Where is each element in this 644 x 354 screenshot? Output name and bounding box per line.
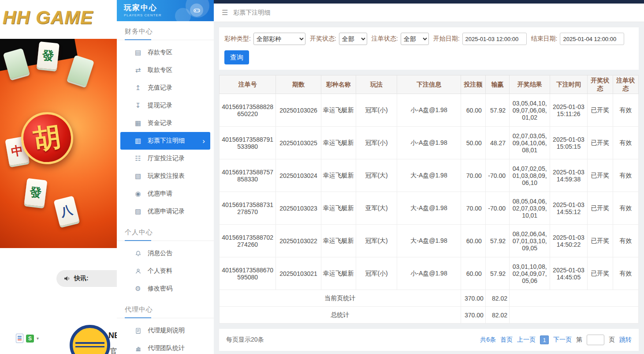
- total-summary-bet: 370.00: [461, 307, 485, 324]
- col-bet-amount: 投注额: [461, 75, 485, 94]
- col-lottery-name: 彩种名称: [321, 75, 356, 94]
- sidebar-item-agent-team-stats[interactable]: 代理团队统计: [117, 339, 214, 354]
- sidebar-item-messages[interactable]: 消息公告: [117, 245, 214, 262]
- chat-app-icon[interactable]: S: [26, 335, 34, 343]
- brand-logo: HH GAME: [3, 7, 93, 28]
- section-title-agent: 代理中心: [117, 299, 214, 318]
- ticker-label: 快讯:: [74, 275, 89, 282]
- mahjong-tile: 八: [53, 196, 79, 226]
- jump-button[interactable]: 跳转: [619, 336, 632, 344]
- cell-bet-time: 2025-01-03 14:55:12: [550, 192, 587, 225]
- current-page[interactable]: 1: [540, 335, 549, 344]
- gamepad-icon: [190, 4, 203, 17]
- sidebar-item-withdrawal-record[interactable]: ↧ 提现记录: [117, 97, 214, 114]
- sidebar-item-profile[interactable]: 个人资料: [117, 262, 214, 280]
- mahjong-tile: [67, 55, 94, 86]
- cell-bet-info: 小-A盘@1.98: [397, 127, 461, 159]
- col-draw-result: 开奖结果: [510, 75, 550, 94]
- cell-bet-no: 401569173588757858330: [220, 159, 276, 192]
- end-date-input[interactable]: [560, 33, 624, 45]
- cell-draw-status: 已开奖: [587, 225, 613, 257]
- sidebar-item-change-password[interactable]: ⚙ 修改密码: [117, 280, 214, 298]
- cell-bet-time: 2025-01-03 14:59:38: [550, 159, 587, 192]
- sidebar-item-promo-apply[interactable]: ◉ 优惠申请: [117, 185, 214, 203]
- team-logo-bridge: [75, 342, 104, 347]
- sidebar-item-label: 充值记录: [148, 84, 172, 92]
- first-page-link[interactable]: 首页: [500, 336, 513, 344]
- caret-icon[interactable]: ▾: [37, 336, 39, 341]
- funds-record-icon: ▦: [134, 119, 142, 127]
- top-strip: [214, 0, 644, 4]
- filter-row: 彩种类型: 全部彩种 开奖状态: 全部 注单状态: 全部 开始日期: 结束日期:: [224, 33, 633, 45]
- sidebar-item-recharge-record[interactable]: ↥ 充值记录: [117, 79, 214, 97]
- sidebar-item-label: 修改密码: [148, 285, 172, 293]
- sidebar-item-label: 厅室投注记录: [148, 154, 185, 162]
- cell-bet-time: 2025-01-03 15:11:26: [550, 94, 587, 127]
- prev-page-link[interactable]: 上一页: [517, 336, 536, 344]
- total-summary-empty: [510, 307, 639, 324]
- next-page-link[interactable]: 下一页: [553, 336, 572, 344]
- sidebar-item-funds-record[interactable]: ▦ 资金记录: [117, 114, 214, 132]
- hall-record-icon: ☷: [134, 154, 142, 162]
- cell-play: 冠军(小): [356, 127, 397, 159]
- cell-draw-status: 已开奖: [587, 159, 613, 192]
- table-row: 401569173588731278570 20250103023 幸运飞艇新 …: [220, 192, 639, 225]
- cell-bet-amount: 60.00: [461, 257, 485, 290]
- withdraw-icon: ⇄: [134, 66, 142, 74]
- sidebar-item-hall-bet-record[interactable]: ☷ 厅室投注记录: [117, 150, 214, 167]
- cell-lottery-name: 幸运飞艇新: [321, 192, 356, 225]
- sidebar-item-player-report[interactable]: ▧ 玩家投注报表: [117, 167, 214, 185]
- bet-status-select[interactable]: 全部: [401, 33, 429, 45]
- table-header-row: 注单号 期数 彩种名称 玩法 下注信息 投注额 输赢 开奖结果 下注时间 开奖状…: [220, 75, 639, 94]
- sidebar-header: 玩家中心 PLAYERS CENTER: [117, 0, 214, 21]
- draw-status-select[interactable]: 全部: [339, 33, 367, 45]
- cell-lottery-name: 幸运飞艇新: [321, 94, 356, 127]
- promo-record-icon: ▨: [134, 207, 142, 215]
- total-count: 共6条: [480, 336, 496, 344]
- sidebar-item-label: 代理规则说明: [148, 327, 185, 335]
- cell-bet-status: 有效: [613, 159, 638, 192]
- section-title-finance: 财务中心: [117, 21, 214, 40]
- cell-period: 20250103022: [276, 225, 321, 257]
- col-bet-status: 注单状态: [613, 75, 638, 94]
- sidebar-item-label: 优惠申请记录: [148, 207, 185, 215]
- start-date-label: 开始日期:: [433, 35, 460, 43]
- main-content: ☰ 彩票下注明细 彩种类型: 全部彩种 开奖状态: 全部 注单状态: 全部 开始…: [214, 0, 644, 354]
- cell-bet-time: 2025-01-03 14:50:22: [550, 225, 587, 257]
- table-row: 401569173588757858330 20250103024 幸运飞艇新 …: [220, 159, 639, 192]
- filter-panel: 彩种类型: 全部彩种 开奖状态: 全部 注单状态: 全部 开始日期: 结束日期:…: [219, 27, 639, 70]
- cell-draw-result: 02,07,03,05,09,04,10,06,08,01: [510, 127, 550, 159]
- lottery-type-select[interactable]: 全部彩种: [253, 33, 305, 45]
- table-row: 401569173588791533980 20250103025 幸运飞艇新 …: [220, 127, 639, 159]
- sidebar-item-promo-apply-record[interactable]: ▨ 优惠申请记录: [117, 203, 214, 220]
- sidebar-item-lottery-bet-detail[interactable]: ▥ 彩票下注明细 ›: [120, 132, 210, 150]
- sidebar-item-withdraw[interactable]: ⇄ 取款专区: [117, 61, 214, 79]
- start-date-input[interactable]: [462, 33, 527, 45]
- mini-icons: S ▾: [16, 334, 39, 343]
- col-bet-time: 下注时间: [550, 75, 587, 94]
- sidebar-item-deposit[interactable]: ▤ 存款专区: [117, 44, 214, 61]
- cell-lottery-name: 幸运飞艇新: [321, 225, 356, 257]
- cell-bet-amount: 70.00: [461, 159, 485, 192]
- page-summary-winloss: 82.02: [485, 290, 509, 307]
- col-bet-no: 注单号: [220, 75, 276, 94]
- draw-status-label: 开奖状态:: [310, 35, 336, 43]
- menu-icon[interactable]: ☰: [222, 8, 228, 17]
- personal-menu: 消息公告 个人资料 ⚙ 修改密码: [117, 241, 214, 299]
- cell-bet-amount: 70.00: [461, 192, 485, 225]
- news-ticker: 快讯:: [56, 270, 117, 287]
- cell-win-loss: 48.27: [485, 127, 509, 159]
- sidebar-item-agent-rules[interactable]: 代理规则说明: [117, 322, 214, 339]
- document-file-icon[interactable]: [16, 334, 23, 343]
- cell-win-loss: -70.00: [485, 159, 509, 192]
- cell-win-loss: 57.92: [485, 94, 509, 127]
- withdrawal-record-icon: ↧: [134, 102, 142, 109]
- cell-period: 20250103021: [276, 257, 321, 290]
- cell-play: 冠军(小): [356, 94, 397, 127]
- cell-bet-status: 有效: [613, 192, 638, 225]
- query-button[interactable]: 查询: [224, 50, 249, 64]
- cell-period: 20250103025: [276, 127, 321, 159]
- sidebar-item-label: 提现记录: [148, 102, 172, 109]
- page-jump-input[interactable]: [587, 335, 604, 345]
- cell-win-loss: 57.92: [485, 225, 509, 257]
